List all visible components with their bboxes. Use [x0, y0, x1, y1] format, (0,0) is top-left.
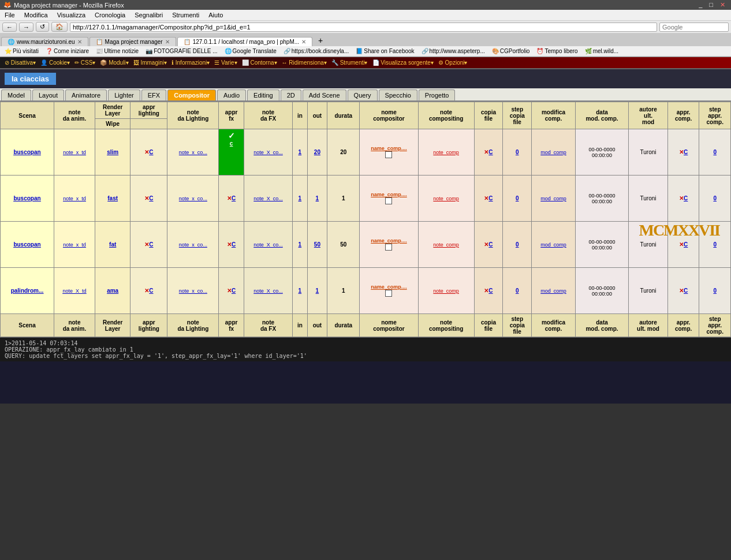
home-button[interactable]: 🏠 — [51, 22, 68, 32]
maximize-btn[interactable]: □ — [707, 1, 715, 9]
menu-cronologia[interactable]: Cronologia — [92, 11, 128, 19]
search-input[interactable] — [659, 23, 729, 32]
cell-note-fx-1[interactable]: note_X_co... — [244, 129, 292, 176]
cell-scene-1[interactable]: buscopan — [1, 129, 54, 176]
cell-in-2[interactable]: 1 — [293, 176, 307, 222]
toolbar-strumenti[interactable]: 🔧 Strumenti▾ — [331, 59, 368, 66]
cell-note-comp-3[interactable]: note_comp — [418, 222, 474, 268]
cell-note-comp-1[interactable]: note_comp — [418, 129, 474, 176]
bookmark-4[interactable]: 🌐 Google Translate — [222, 47, 279, 55]
checkbox-1[interactable] — [385, 151, 392, 158]
bookmark-0[interactable]: ⭐ Più visitati — [2, 47, 41, 55]
cell-step-appr-1[interactable]: 0 — [699, 129, 731, 176]
tab-audio[interactable]: Audio — [217, 89, 246, 100]
tab-model[interactable]: Model — [1, 89, 31, 100]
cell-out-3[interactable]: 50 — [307, 222, 327, 268]
cell-name-comp-2[interactable]: name_comp.... — [360, 176, 418, 222]
cell-out-4[interactable]: 1 — [307, 268, 327, 314]
checkbox-4[interactable] — [385, 290, 392, 297]
cell-modifica-4[interactable]: mod_comp — [532, 268, 576, 314]
tab-specchio[interactable]: Specchio — [379, 89, 417, 100]
cell-note-anim-2[interactable]: note_x_td — [54, 176, 95, 222]
cell-modifica-1[interactable]: mod_comp — [532, 129, 576, 176]
menu-file[interactable]: File — [2, 11, 17, 19]
toolbar-cookie[interactable]: 👤 Cookie▾ — [40, 59, 70, 66]
menu-aiuto[interactable]: Aiuto — [206, 11, 225, 19]
menu-segnalibri[interactable]: Segnalibri — [132, 11, 165, 19]
cell-appr-fx-1[interactable]: ✓ c — [219, 129, 244, 176]
cell-scene-3[interactable]: buscopan — [1, 222, 54, 268]
cell-note-light-1[interactable]: note_x_co... — [167, 129, 219, 176]
cell-step-copia-3[interactable]: 0 — [503, 222, 532, 268]
cell-name-comp-3[interactable]: name_comp.... — [360, 222, 418, 268]
tab-layout[interactable]: Layout — [32, 89, 64, 100]
cell-note-light-4[interactable]: note_x_co... — [167, 268, 219, 314]
cell-out-1[interactable]: 20 — [307, 129, 327, 176]
bookmark-6[interactable]: 📘 Share on Facebook — [353, 47, 416, 55]
cell-name-comp-1[interactable]: name_comp.... — [360, 129, 418, 176]
toolbar-varie[interactable]: ☰ Varie▾ — [214, 59, 237, 66]
tab-1[interactable]: 📋 Maga project manager ✕ — [89, 37, 176, 46]
toolbar-visorgente[interactable]: 📄 Visualizza sorgente▾ — [372, 59, 434, 66]
tab-0[interactable]: 🌐 www.maurizioturoni.eu ✕ — [1, 37, 88, 46]
bookmark-3[interactable]: 📷 FOTOGRAFIE DELLE ... — [143, 47, 219, 55]
cell-scene-2[interactable]: buscopan — [1, 176, 54, 222]
bookmark-5[interactable]: 🔗 https://book.disneyla... — [281, 47, 352, 55]
menu-visualizza[interactable]: Visualizza — [55, 11, 88, 19]
bookmark-9[interactable]: ⏰ Tempo libero — [534, 47, 580, 55]
bookmark-10[interactable]: 🌿 mel.wild... — [583, 47, 621, 55]
cell-modifica-2[interactable]: mod_comp — [532, 176, 576, 222]
cell-note-comp-4[interactable]: note_comp — [418, 268, 474, 314]
cell-note-anim-1[interactable]: note_x_td — [54, 129, 95, 176]
close-btn[interactable]: ✕ — [718, 1, 728, 9]
cell-step-copia-2[interactable]: 0 — [503, 176, 532, 222]
tab-editing[interactable]: Editing — [247, 89, 279, 100]
cell-note-anim-4[interactable]: note_X_td — [54, 268, 95, 314]
tab-2d[interactable]: 2D — [281, 89, 301, 100]
forward-button[interactable]: → — [19, 23, 33, 32]
tab-addscene[interactable]: Add Scene — [303, 89, 346, 100]
new-tab-button[interactable]: + — [314, 35, 327, 46]
toolbar-disable[interactable]: ⊘ Disattiva▾ — [5, 59, 36, 66]
cell-step-copia-4[interactable]: 0 — [503, 268, 532, 314]
checkbox-2[interactable] — [385, 197, 392, 204]
minimize-btn[interactable]: _ — [696, 1, 704, 9]
menu-strumenti[interactable]: Strumenti — [170, 11, 202, 19]
toolbar-immagini[interactable]: 🖼 Immagini▾ — [133, 59, 167, 66]
cell-note-anim-3[interactable]: note_x_td — [54, 222, 95, 268]
toolbar-opzioni[interactable]: ⚙ Opzioni▾ — [438, 59, 468, 66]
cell-step-copia-1[interactable]: 0 — [503, 129, 532, 176]
bookmark-8[interactable]: 🎨 CGPortfolio — [490, 47, 532, 55]
tab-query[interactable]: Query — [348, 89, 378, 100]
cell-in-3[interactable]: 1 — [293, 222, 307, 268]
cell-render-4[interactable]: ama — [95, 268, 130, 314]
cell-scene-4[interactable]: palindrom... — [1, 268, 54, 314]
cell-note-light-2[interactable]: note_x_co... — [167, 176, 219, 222]
tab-2[interactable]: 📋 127.0.1.1 / localhost / maga_pro | php… — [177, 37, 312, 46]
toolbar-ridimensiona[interactable]: ↔ Ridimensiona▾ — [282, 59, 327, 66]
toolbar-moduli[interactable]: 📦 Moduli▾ — [100, 59, 128, 66]
cell-render-1[interactable]: slim — [95, 129, 130, 176]
cell-render-2[interactable]: fast — [95, 176, 130, 222]
tab-close-1[interactable]: ✕ — [165, 39, 170, 45]
toolbar-css[interactable]: ✏ CSS▾ — [74, 59, 95, 66]
tab-lighter[interactable]: Lighter — [108, 89, 140, 100]
cell-note-light-3[interactable]: note_x_co... — [167, 222, 219, 268]
back-button[interactable]: ← — [2, 23, 17, 32]
toolbar-info[interactable]: ℹ Informazioni▾ — [171, 59, 210, 66]
cell-note-fx-4[interactable]: note_X_co... — [244, 268, 292, 314]
tab-close-2[interactable]: ✕ — [301, 39, 306, 45]
cell-note-comp-2[interactable]: note_comp — [418, 176, 474, 222]
cell-out-2[interactable]: 1 — [307, 176, 327, 222]
cell-step-appr-2[interactable]: 0 — [699, 176, 731, 222]
cell-step-appr-4[interactable]: 0 — [699, 268, 731, 314]
cell-in-4[interactable]: 1 — [293, 268, 307, 314]
tab-efx[interactable]: EFX — [141, 89, 166, 100]
bookmark-2[interactable]: 📰 Ultime notizie — [94, 47, 141, 55]
tab-compositor[interactable]: Compositor — [167, 89, 216, 100]
bookmark-7[interactable]: 🔗 http://www.aspeterp... — [419, 47, 487, 55]
cell-note-fx-3[interactable]: note_X_co... — [244, 222, 292, 268]
cell-in-1[interactable]: 1 — [293, 129, 307, 176]
tab-progetto[interactable]: Progetto — [419, 89, 456, 100]
cell-note-fx-2[interactable]: note_X_co... — [244, 176, 292, 222]
